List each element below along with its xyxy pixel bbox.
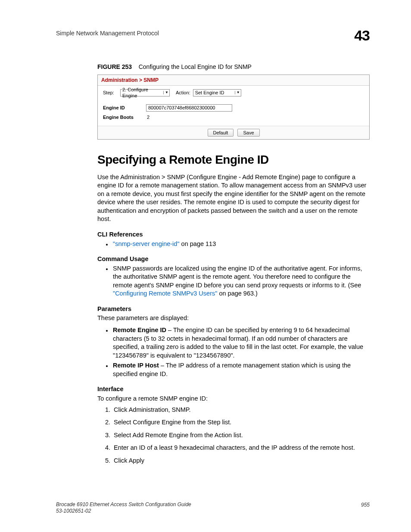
command-usage-suffix: on page 963.) bbox=[217, 290, 258, 297]
param-remote-engine-id-name: Remote Engine ID bbox=[113, 327, 166, 333]
step-item: Enter an ID of a least 9 hexadecimal cha… bbox=[112, 444, 370, 452]
list-item: Remote Engine ID – The engine ID can be … bbox=[112, 326, 370, 360]
action-dropdown[interactable]: Set Engine ID ▼ bbox=[193, 89, 241, 96]
interface-intro: To configure a remote SNMP engine ID: bbox=[97, 395, 370, 403]
footer-doc-number: 53-1002651-02 bbox=[56, 508, 191, 515]
action-label: Action: bbox=[176, 90, 190, 96]
header-chapter-number: 43 bbox=[354, 26, 370, 46]
command-usage-heading: Command Usage bbox=[97, 255, 370, 264]
step-item: Click Administration, SNMP. bbox=[112, 406, 370, 414]
page-footer: Brocade 6910 Ethernet Access Switch Conf… bbox=[56, 501, 370, 515]
cli-reference-link[interactable]: "snmp-server engine-id" bbox=[113, 240, 180, 247]
step-item: Select Configure Engine from the Step li… bbox=[112, 418, 370, 427]
interface-steps: Click Administration, SNMP. Select Confi… bbox=[97, 406, 370, 465]
engine-boots-label: Engine Boots bbox=[103, 114, 146, 121]
chevron-down-icon: ▼ bbox=[163, 91, 168, 94]
parameters-heading: Parameters bbox=[97, 305, 370, 314]
save-button[interactable]: Save bbox=[237, 129, 259, 137]
chevron-down-icon: ▼ bbox=[235, 91, 240, 94]
list-item: SNMP passwords are localized using the e… bbox=[112, 264, 370, 298]
step-item: Click Apply bbox=[112, 457, 370, 465]
engine-id-input[interactable] bbox=[146, 104, 232, 112]
default-button[interactable]: Default bbox=[208, 129, 234, 137]
cli-reference-suffix: on page 113 bbox=[180, 240, 216, 247]
footer-doc-title: Brocade 6910 Ethernet Access Switch Conf… bbox=[56, 501, 191, 508]
action-dropdown-value: Set Engine ID bbox=[195, 90, 224, 96]
engine-boots-value: 2 bbox=[146, 114, 149, 121]
footer-page-number: 955 bbox=[361, 501, 370, 515]
command-usage-text: SNMP passwords are localized using the e… bbox=[113, 265, 362, 289]
list-item: "snmp-server engine-id" on page 113 bbox=[112, 240, 370, 249]
step-label: Step: bbox=[103, 90, 120, 96]
section-heading: Specifying a Remote Engine ID bbox=[97, 152, 370, 168]
engine-id-label: Engine ID bbox=[103, 105, 146, 111]
cli-references-heading: CLI References bbox=[97, 230, 370, 239]
breadcrumb: Administration > SNMP bbox=[98, 75, 369, 86]
running-header: Simple Network Management Protocol 43 bbox=[56, 26, 370, 46]
step-dropdown-value: 2. Configure Engine bbox=[122, 87, 162, 100]
screenshot-snmp-engine: Administration > SNMP Step: 2. Configure… bbox=[97, 75, 370, 140]
step-dropdown[interactable]: 2. Configure Engine ▼ bbox=[120, 89, 170, 96]
figure-caption: FIGURE 253 Configuring the Local Engine … bbox=[97, 63, 370, 71]
header-section-title: Simple Network Management Protocol bbox=[56, 26, 159, 37]
figure-label: FIGURE 253 bbox=[97, 63, 132, 70]
interface-heading: Interface bbox=[97, 385, 370, 394]
param-remote-ip-host-name: Remote IP Host bbox=[113, 362, 159, 369]
list-item: Remote IP Host – The IP address of a rem… bbox=[112, 361, 370, 378]
figure-caption-text: Configuring the Local Engine ID for SNMP bbox=[139, 63, 252, 70]
configuring-remote-users-link[interactable]: "Configuring Remote SNMPv3 Users" bbox=[113, 290, 217, 297]
step-item: Select Add Remote Engine from the Action… bbox=[112, 431, 370, 440]
parameters-intro: These parameters are displayed: bbox=[97, 314, 370, 323]
intro-paragraph: Use the Administration > SNMP (Configure… bbox=[97, 173, 370, 224]
